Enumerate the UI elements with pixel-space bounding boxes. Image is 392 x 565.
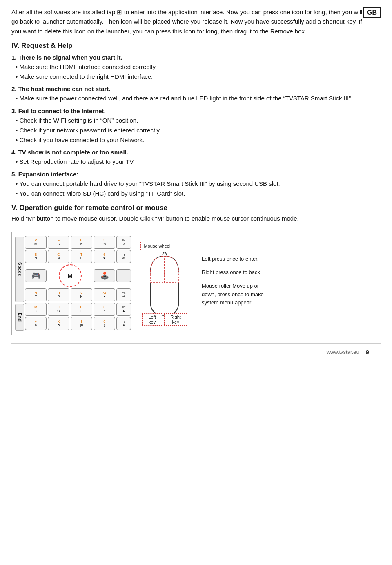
mouse-right-key-label: Right key [164,313,187,326]
section-v-text: Hold “M” button to move mouse cursor. Do… [11,214,381,223]
item5-title: 5. Expansion interface: [11,171,381,178]
key-khet: Kח [48,317,69,330]
footer-website: www.tvstar.eu [326,349,359,355]
key-empty-row3 [116,269,131,282]
mouse-left-key-label: Left key [142,313,162,326]
footer-page-number: 9 [366,348,369,355]
key-jo: JO [48,303,69,316]
key-galeph: Gא [48,250,69,263]
key-iayin: Iאן [71,317,92,330]
key-mb: Mב [25,303,47,316]
mouse-wheel-label: Mouse wheel [140,242,174,250]
key-f7: F7▲ [116,303,131,316]
section-v-title: V. Operation guide for remote control or… [11,204,381,212]
item4-title: 4. TV show is not complete or too small. [11,149,381,156]
item3-title: 3. Fail to connect to the Internet. [11,107,381,114]
key-hp: HP [48,288,69,301]
key-6: 6▾ [94,250,115,263]
key-vm: VM [25,236,47,249]
key-fa: FA [48,236,69,249]
mouse-instruction-1: Left press once to enter. [202,255,268,264]
item3-bullet-2: Check if your network password is entere… [16,125,381,135]
page-container: GB After all the softwares are installed… [0,0,392,375]
key-gamepad-right: 🕹️ [94,269,115,282]
key-gamepad-left: 🎮 [25,269,47,282]
key-f5: F5⌘ [116,250,131,263]
key-nt: NT [25,288,47,301]
intro-text: After all the softwares are installed ta… [11,7,367,36]
mouse-instructions: Left press once to enter. Right press on… [195,255,268,312]
key-7amp: 7&• [94,288,115,301]
keyboard-end-label: End [15,304,24,331]
key-ul: UL [71,303,92,316]
item2-title: 2. The host machine can not start. [11,85,381,92]
mouse-instruction-2: Right press once to back. [202,268,268,277]
section-v: V. Operation guide for remote control or… [11,204,381,223]
item3-bullet-1: Check if the WIFI setting is in “ON” pos… [16,116,381,125]
key-9paren: 9( [94,317,115,330]
keyboard-diagram: Space End VM FA RK [11,232,134,335]
keyboard-keys: VM FA RK 5% F4ρ [25,236,131,331]
item1-bullet-1: Make sure the HDMI interface connected c… [16,62,381,71]
key-5pct: 5% [94,236,115,249]
mouse-svg [142,252,187,317]
key-rk: RK [71,236,92,249]
mouse-instruction-3: Mouse roller Move up or down, press once… [202,282,268,307]
key-8star: 8* [94,303,115,316]
key-f4: F4ρ [116,236,131,249]
item3-bullet-3: Check if you have connected to your Netw… [16,135,381,145]
key-te: TE [71,250,92,263]
item5-bullet-1: You can connect portable hard drive to y… [16,179,381,188]
key-v6: v6 [25,317,47,330]
section-iv: IV. Request & Help 1. There is no signal… [11,42,381,198]
item1-bullet-2: Make sure connected to the right HDMI in… [16,72,381,81]
footer: www.tvstar.eu 9 [11,343,381,359]
item4-bullet-1: Set Reproduction rate to adjust to your … [16,157,381,166]
item1-title: 1. There is no signal when you start it. [11,54,381,61]
diagrams-row: Space End VM FA RK [11,232,381,335]
gb-badge: GB [363,7,381,18]
key-f6: F6↵ [116,288,131,301]
key-bn: BN [25,250,47,263]
item2-bullet-1: Make sure the power connected well, and … [16,94,381,103]
section-iv-title: IV. Request & Help [11,42,381,50]
keyboard-space-label: Space [15,237,24,302]
item5-bullet-2: You can connect Micro SD (HC) card by us… [16,189,381,198]
mouse-key-labels: Left key Right key [142,313,187,326]
key-m-dashed: M [48,264,92,287]
mouse-diagram-box: Mouse wheel [134,232,272,335]
key-yh: YH [71,288,92,301]
key-f8: F8⬇ [116,317,131,330]
